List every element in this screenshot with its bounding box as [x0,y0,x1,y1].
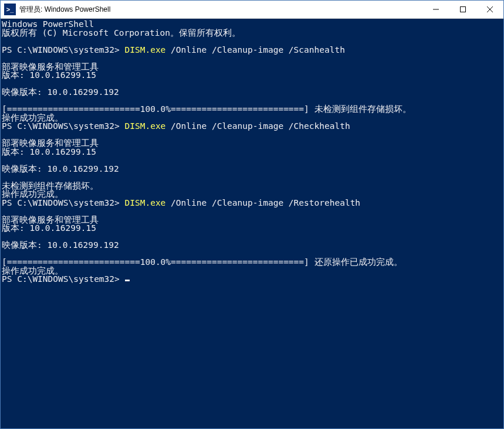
cmd-2-head: DISM.exe [125,121,166,131]
terminal-output: Windows PowerShell 版权所有 (C) Microsoft Co… [2,20,503,284]
cursor [125,280,130,281]
window-title: 管理员: Windows PowerShell [19,5,422,15]
version-line-3: 版本: 10.0.16299.15 [2,223,96,233]
maximize-button[interactable] [449,1,476,18]
cmd-3-head: DISM.exe [125,198,166,207]
close-button[interactable] [476,1,503,18]
powershell-icon-glyph: >_ [6,6,14,13]
title-bar[interactable]: >_ 管理员: Windows PowerShell [1,1,503,19]
prompt-1: PS C:\WINDOWS\system32> [2,45,125,55]
svg-rect-1 [461,7,466,12]
prompt-3: PS C:\WINDOWS\system32> [2,198,125,207]
cmd-1-tail: /Online /Cleanup-image /Scanhealth [165,45,345,55]
image-version-2: 映像版本: 10.0.16299.192 [2,164,119,173]
copyright-line: 版权所有 (C) Microsoft Corporation。保留所有权利。 [2,28,241,38]
cmd-1-head: DISM.exe [125,45,166,55]
minimize-icon [433,6,439,12]
window-controls [422,1,503,18]
powershell-window: >_ 管理员: Windows PowerShell Windows Power… [0,0,504,429]
version-line-2: 版本: 10.0.16299.15 [2,147,96,156]
cmd-3-tail: /Online /Cleanup-image /Restorehealth [165,198,360,207]
close-icon [487,6,493,12]
image-version-1: 映像版本: 10.0.16299.192 [2,87,119,97]
minimize-button[interactable] [422,1,449,18]
image-version-3: 映像版本: 10.0.16299.192 [2,240,119,250]
maximize-icon [460,6,466,12]
powershell-icon: >_ [4,4,16,15]
prompt-2: PS C:\WINDOWS\system32> [2,121,125,131]
cmd-2-tail: /Online /Cleanup-image /Checkhealth [165,121,350,131]
terminal-area[interactable]: Windows PowerShell 版权所有 (C) Microsoft Co… [1,19,503,428]
final-prompt: PS C:\WINDOWS\system32> [2,274,125,284]
version-line-1: 版本: 10.0.16299.15 [2,70,96,80]
